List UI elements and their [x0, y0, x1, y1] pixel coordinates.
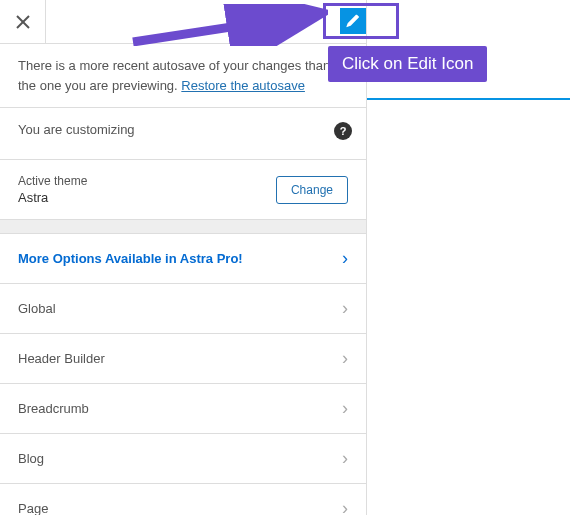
chevron-right-icon: › — [342, 248, 348, 269]
menu-item-global[interactable]: Global › — [0, 284, 366, 334]
menu-item-label: Header Builder — [18, 351, 105, 366]
menu-item-blog[interactable]: Blog › — [0, 434, 366, 484]
active-theme-label: Active theme — [18, 174, 87, 188]
customizer-sidebar: There is a more recent autosave of your … — [0, 0, 367, 515]
chevron-right-icon: › — [342, 448, 348, 469]
chevron-right-icon: › — [342, 398, 348, 419]
restore-autosave-link[interactable]: Restore the autosave — [181, 78, 305, 93]
annotation-callout: Click on Edit Icon — [328, 46, 487, 82]
chevron-right-icon: › — [342, 348, 348, 369]
customizing-block: You are customizing ? — [0, 108, 366, 160]
close-button[interactable] — [0, 0, 46, 43]
edit-icon-highlight-box — [323, 3, 399, 39]
menu-item-label: More Options Available in Astra Pro! — [18, 251, 243, 266]
change-theme-button[interactable]: Change — [276, 176, 348, 204]
menu-item-breadcrumb[interactable]: Breadcrumb › — [0, 384, 366, 434]
preview-separator — [367, 98, 570, 100]
active-theme-name: Astra — [18, 190, 87, 205]
menu-item-label: Breadcrumb — [18, 401, 89, 416]
chevron-right-icon: › — [342, 498, 348, 515]
menu-item-label: Global — [18, 301, 56, 316]
menu-item-page[interactable]: Page › — [0, 484, 366, 515]
menu-item-label: Page — [18, 501, 48, 515]
chevron-right-icon: › — [342, 298, 348, 319]
section-spacer — [0, 220, 366, 234]
top-bar — [0, 0, 366, 44]
menu-item-label: Blog — [18, 451, 44, 466]
edit-button[interactable] — [340, 8, 366, 34]
callout-text: Click on Edit Icon — [342, 54, 473, 73]
menu-item-header-builder[interactable]: Header Builder › — [0, 334, 366, 384]
active-theme-block: Active theme Astra Change — [0, 160, 366, 220]
help-icon[interactable]: ? — [334, 122, 352, 140]
close-icon — [16, 15, 30, 29]
menu-item-promo[interactable]: More Options Available in Astra Pro! › — [0, 234, 366, 284]
autosave-notice: There is a more recent autosave of your … — [0, 44, 366, 108]
pencil-icon — [346, 14, 360, 28]
customizing-label: You are customizing — [18, 122, 348, 137]
